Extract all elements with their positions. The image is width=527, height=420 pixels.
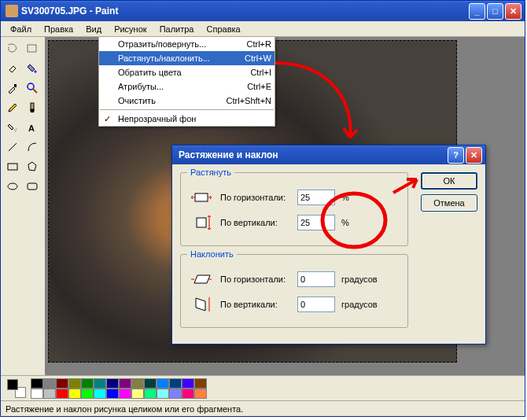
- skew-group-label: Наклонить: [187, 249, 237, 259]
- color-swatch[interactable]: [106, 378, 119, 389]
- stretch-horizontal-input[interactable]: [297, 190, 335, 205]
- color-swatch[interactable]: [144, 389, 157, 399]
- color-swatch[interactable]: [31, 378, 43, 389]
- color-swatch[interactable]: [94, 378, 106, 389]
- cancel-button[interactable]: Отмена: [421, 194, 477, 212]
- stretch-horizontal-label: По горизонтали:: [220, 193, 291, 202]
- polygon-tool[interactable]: [22, 157, 42, 176]
- svg-rect-14: [195, 193, 208, 201]
- svg-line-4: [33, 89, 37, 93]
- color-swatch[interactable]: [182, 378, 194, 389]
- color-swatch[interactable]: [169, 378, 182, 389]
- rectangle-tool[interactable]: [2, 157, 22, 176]
- menu-view[interactable]: Вид: [79, 23, 108, 35]
- dialog-close-button[interactable]: ✕: [466, 147, 482, 164]
- window-title: SV300705.JPG - Paint: [21, 6, 469, 17]
- pencil-tool[interactable]: [2, 98, 22, 117]
- image-menu-dropdown: Отразить/повернуть...Ctrl+R Растянуть/на…: [98, 36, 275, 127]
- ellipse-tool[interactable]: [2, 176, 22, 196]
- curve-tool[interactable]: [22, 137, 42, 157]
- color-swatch[interactable]: [31, 389, 43, 399]
- svg-point-8: [15, 131, 16, 131]
- menu-file[interactable]: Файл: [4, 23, 38, 35]
- magnifier-tool[interactable]: [22, 78, 42, 98]
- menu-invert-colors[interactable]: Обратить цветаCtrl+I: [99, 65, 275, 79]
- statusbar: Растяжение и наклон рисунка целиком или …: [1, 400, 525, 416]
- color-swatch[interactable]: [56, 389, 68, 399]
- skew-v-unit: градусов: [341, 300, 378, 309]
- color-swatch[interactable]: [106, 389, 119, 399]
- menu-attributes[interactable]: Атрибуты...Ctrl+E: [99, 79, 275, 94]
- color-swatch[interactable]: [81, 389, 94, 399]
- menu-help[interactable]: Справка: [201, 23, 247, 35]
- color-foreground-background[interactable]: [6, 378, 28, 400]
- stretch-group-label: Растянуть: [187, 168, 234, 177]
- status-text: Растяжение и наклон рисунка целиком или …: [6, 404, 243, 414]
- stretch-group: Растянуть По горизонтали: % По вертикали…: [180, 172, 408, 246]
- svg-text:A: A: [28, 123, 35, 133]
- menu-edit[interactable]: Правка: [38, 23, 79, 35]
- select-tool[interactable]: [22, 39, 42, 58]
- color-swatch[interactable]: [194, 389, 207, 399]
- stretch-skew-dialog: Растяжение и наклон ? ✕ Растянуть По гор…: [171, 145, 486, 344]
- color-palette-area: [1, 375, 525, 400]
- close-button[interactable]: ✕: [505, 3, 521, 20]
- rounded-rect-tool[interactable]: [22, 176, 42, 196]
- color-swatch[interactable]: [56, 378, 68, 389]
- stretch-horizontal-icon: [189, 187, 214, 208]
- color-swatch[interactable]: [81, 378, 94, 389]
- menu-draw-opaque[interactable]: ✓Непрозрачный фон: [99, 112, 275, 126]
- skew-group: Наклонить По горизонтали: градусов По ве…: [180, 254, 408, 328]
- color-swatch[interactable]: [94, 389, 106, 399]
- color-swatch[interactable]: [144, 378, 157, 389]
- menu-stretch-skew[interactable]: Растянуть/наклонить...Ctrl+W: [99, 51, 275, 65]
- maximize-button[interactable]: □: [487, 3, 503, 20]
- freeform-select-tool[interactable]: [2, 39, 22, 58]
- menu-image[interactable]: Рисунок: [108, 23, 153, 35]
- skew-horizontal-input[interactable]: [297, 271, 335, 287]
- color-swatch[interactable]: [119, 378, 131, 389]
- color-swatch[interactable]: [169, 389, 182, 399]
- svg-rect-0: [28, 45, 36, 52]
- menu-flip-rotate[interactable]: Отразить/повернуть...Ctrl+R: [99, 37, 275, 51]
- svg-rect-13: [28, 183, 37, 190]
- stretch-h-unit: %: [341, 193, 349, 202]
- color-swatch[interactable]: [68, 378, 81, 389]
- svg-point-12: [8, 183, 17, 190]
- skew-vertical-input[interactable]: [297, 297, 335, 312]
- picker-tool[interactable]: [2, 78, 22, 98]
- svg-rect-2: [14, 84, 17, 87]
- skew-horizontal-label: По горизонтали:: [220, 274, 291, 284]
- app-icon: [6, 5, 18, 17]
- fill-tool[interactable]: [22, 58, 42, 78]
- menu-palette[interactable]: Палитра: [153, 23, 201, 35]
- text-tool[interactable]: A: [22, 117, 42, 137]
- color-swatch[interactable]: [131, 389, 144, 399]
- ok-button[interactable]: ОК: [421, 172, 477, 190]
- stretch-v-unit: %: [341, 218, 349, 227]
- minimize-button[interactable]: _: [469, 3, 485, 20]
- color-swatch[interactable]: [194, 378, 207, 389]
- dialog-help-button[interactable]: ?: [448, 147, 464, 164]
- svg-line-10: [9, 143, 17, 151]
- line-tool[interactable]: [2, 137, 22, 157]
- color-swatch[interactable]: [43, 389, 56, 399]
- color-swatch[interactable]: [157, 389, 169, 399]
- color-swatch[interactable]: [157, 378, 169, 389]
- skew-h-unit: градусов: [341, 274, 378, 284]
- airbrush-tool[interactable]: [2, 117, 22, 137]
- color-swatch[interactable]: [119, 389, 131, 399]
- eraser-tool[interactable]: [2, 58, 22, 78]
- brush-tool[interactable]: [22, 98, 42, 117]
- color-swatch[interactable]: [131, 378, 144, 389]
- menu-separator: [100, 109, 274, 110]
- color-swatch[interactable]: [43, 378, 56, 389]
- skew-horizontal-icon: [189, 269, 214, 289]
- color-swatch[interactable]: [68, 389, 81, 399]
- foreground-color[interactable]: [7, 379, 18, 390]
- menu-clear-image[interactable]: ОчиститьCtrl+Shft+N: [99, 94, 275, 108]
- menubar: Файл Правка Вид Рисунок Палитра Справка: [1, 21, 525, 37]
- color-swatch[interactable]: [182, 389, 194, 399]
- stretch-vertical-input[interactable]: [297, 215, 335, 230]
- skew-vertical-label: По вертикали:: [220, 300, 291, 309]
